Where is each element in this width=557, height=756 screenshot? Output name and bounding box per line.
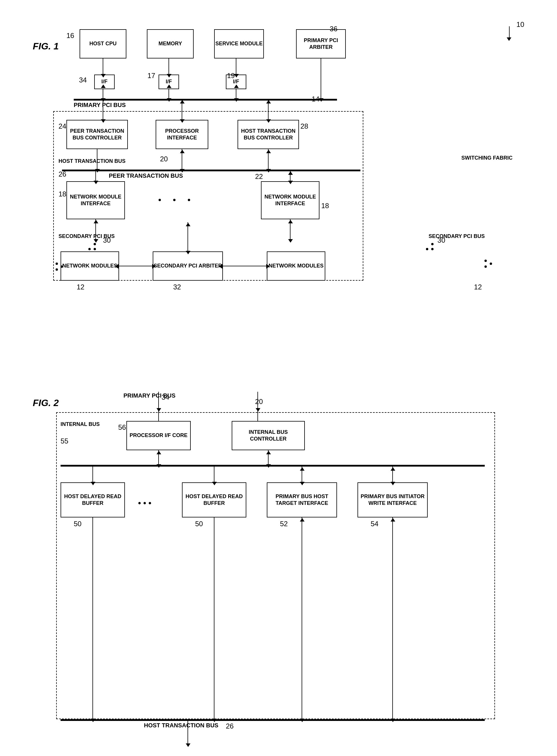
dot-right-1 [431, 243, 434, 245]
arrow-pbht-htbus [300, 719, 304, 722]
arrow-procifcore-bus-up [156, 451, 161, 454]
dot2 [173, 199, 176, 201]
dot-rnm-2 [485, 265, 487, 268]
ref-34: 34 [79, 76, 87, 84]
peer-transaction-bus-label: PEER TRANSACTION BUS [109, 172, 183, 179]
line-bus-hdrb-right [214, 467, 214, 482]
primary-pci-bus-label: PRIMARY PCI BUS [74, 102, 126, 108]
dot-right-3 [431, 248, 434, 250]
ref10-arrow [507, 37, 511, 41]
arrow-svc-if [234, 74, 239, 77]
line-bus-peertc [103, 101, 103, 120]
secondary-pci-bus-right-label: SECONDARY PCI BUS [429, 233, 485, 240]
arrow-bus-pbiw [390, 482, 395, 485]
line-ptbus-nmi-left [95, 171, 96, 181]
line-bus-hdrb-left [92, 467, 93, 482]
arrow-bus-peertc [101, 119, 106, 123]
dot-lnm-3 [61, 265, 63, 268]
arrow-procif-up [180, 100, 184, 103]
fig2-ref-50-left: 50 [74, 520, 82, 528]
line-arbiter-nm-right [223, 266, 267, 266]
ref-18-left: 18 [59, 190, 66, 198]
ref-32: 32 [173, 283, 181, 291]
arrow-ptbus-nmi-right-up [288, 171, 293, 175]
fig2-htbus-arrow-down [186, 744, 190, 747]
fig2-dots: ••• [138, 499, 154, 508]
arrow-pbiw-htbus-up [390, 518, 395, 522]
line-hdrb-left-htbus [92, 517, 93, 719]
arrow-bus-pbht [300, 482, 304, 485]
fig2-ref-54: 54 [371, 520, 379, 528]
arrow-nmi-secbus-right-up [288, 220, 293, 223]
arrow-ptbus-nmi-right [288, 181, 293, 184]
arrow-ptbus-nmi-left [94, 181, 98, 184]
fig1: FIG. 1 10 HOST CPU 16 MEMORY SERVICE MOD… [15, 12, 542, 363]
fig2-primary-pci-line [158, 392, 159, 409]
arrow-ibcontroller-bus-down [266, 464, 271, 468]
arrow-hosttc-ptbus [266, 169, 271, 172]
fig2-htbus-arrow-line [187, 721, 188, 744]
dot-lnm-1 [56, 262, 58, 265]
line-hdrb-right-htbus [214, 517, 214, 719]
fig2-label: FIG. 2 [33, 398, 59, 408]
ref-22: 22 [255, 172, 263, 181]
fig1-label: FIG. 1 [33, 41, 59, 52]
arrow-nm-left-to-arbiter [152, 264, 156, 269]
ref-17: 17 [147, 72, 155, 80]
arrow-bus-pbht-up [300, 467, 304, 471]
line-svc-if [236, 59, 236, 74]
arrow-pbiw-htbus [390, 719, 395, 722]
network-modules-left: NETWORK MODULES [61, 251, 119, 281]
ref-10: 10 [516, 21, 524, 29]
fig2-host-transaction-bus-line [61, 719, 485, 721]
arrow-procif-ptbus [180, 169, 184, 172]
line-arbiter-bus [321, 59, 321, 99]
internal-bus-label: INTERNAL BUS [61, 421, 100, 428]
arrow-if2-bus [167, 98, 171, 102]
fig2-line-20 [258, 392, 258, 409]
peer-transaction-bus-line [62, 169, 360, 171]
line-cpu-if [103, 59, 103, 74]
fig2-ref-52: 52 [280, 520, 288, 528]
dot-left-2 [88, 248, 91, 250]
arrow-hosttc-ptbus-up [266, 150, 271, 153]
arrow-arbiter-down [186, 251, 190, 254]
dot3 [188, 199, 190, 201]
fig2-primary-pci-arrow [156, 408, 161, 412]
line-primary-procifcore [158, 409, 159, 421]
fig2-ref-55: 55 [61, 437, 68, 445]
ref-19: 19 [227, 72, 235, 80]
dot-lnm-2 [56, 269, 58, 271]
arrow-if3-bus [234, 98, 239, 102]
arrow-ibcontroller-bus-up [266, 451, 271, 454]
arrow-arbiter-up [186, 223, 190, 226]
fig2-ref-50-right: 50 [195, 520, 203, 528]
arrow-mem-if [167, 74, 171, 77]
arrow-nmi-secbus-left-up [94, 220, 98, 223]
arrow-nm-right-to-arbiter [219, 264, 222, 269]
arrow-procif-ptbus-up [180, 150, 184, 153]
fig2-host-transaction-bus-label: HOST TRANSACTION BUS [144, 722, 218, 729]
arrow-pbht-htbus-up [300, 518, 304, 522]
arrow-bus-hdrb-left [91, 482, 95, 485]
secondary-pci-arbiter: SECONDARY PCI ARBITER [153, 251, 223, 281]
ref-36: 36 [330, 25, 338, 33]
host-delayed-read-buffer-right: HOST DELAYED READ BUFFER [182, 482, 246, 517]
dot-left-1 [94, 243, 96, 245]
arrow-arbiter-bus [319, 98, 324, 102]
arrow-bus-pbiw-up [390, 467, 395, 471]
arrow-hosttc-up [266, 100, 271, 103]
line-mem-if [169, 59, 169, 74]
network-modules-right: NETWORK MODULES [267, 251, 325, 281]
primary-bus-host-target-block: PRIMARY BUS HOST TARGET INTERFACE [267, 482, 337, 517]
arrow-bus-hosttc [266, 119, 271, 123]
arrow-bus-hdrb-right [212, 482, 217, 485]
host-delayed-read-buffer-left: HOST DELAYED READ BUFFER [61, 482, 125, 517]
fig2-arrow-20 [256, 408, 260, 412]
arrow-nmi-secbus-left [94, 239, 98, 243]
processor-interface-block: PROCESSOR INTERFACE [156, 120, 208, 149]
arrow-arbiter-to-nm-right [266, 264, 270, 269]
primary-pci-bus-line [74, 99, 337, 101]
host-transaction-bus-label: HOST TRANSACTION BUS [59, 158, 125, 165]
host-tc-block: HOST TRANSACTION BUS CONTROLLER [238, 120, 299, 149]
